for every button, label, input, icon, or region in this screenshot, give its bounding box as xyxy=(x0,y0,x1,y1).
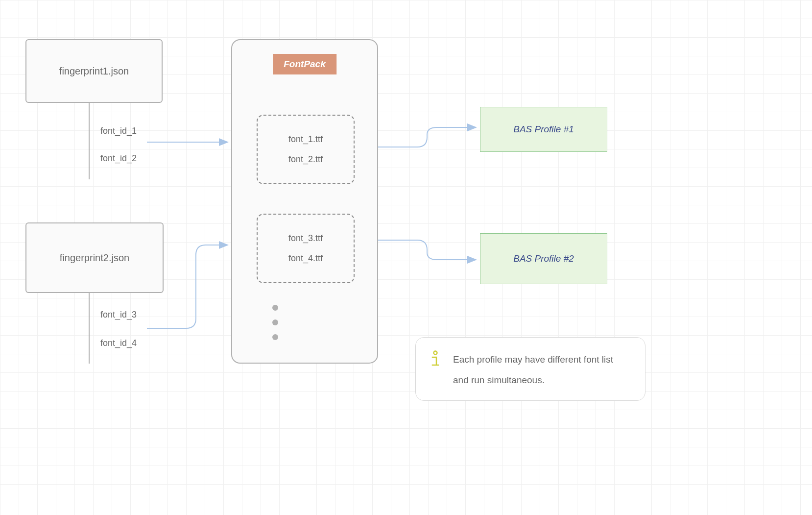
fontpack-header: FontPack xyxy=(273,54,336,74)
font-id-label: font_id_2 xyxy=(100,153,137,164)
connector-line xyxy=(88,293,90,364)
info-icon xyxy=(430,350,441,369)
ellipsis-icon xyxy=(272,305,278,340)
fingerprint-file-box-1: fingerprint1.json xyxy=(25,39,163,103)
fontpack-container: FontPack font_1.ttf font_2.ttf font_3.tt… xyxy=(231,39,378,364)
font-id-label: font_id_4 xyxy=(100,338,137,348)
fontpack-title: FontPack xyxy=(284,59,326,69)
font-id-label: font_id_3 xyxy=(100,310,137,320)
font-file-label: font_4.ttf xyxy=(288,253,323,264)
connector-line xyxy=(88,103,90,179)
svg-point-2 xyxy=(434,351,437,355)
arrow-connector xyxy=(378,123,481,152)
info-note-card: Each profile may have different font lis… xyxy=(415,337,645,401)
fingerprint-file-label: fingerprint2.json xyxy=(60,252,129,264)
info-note-text: Each profile may have different font lis… xyxy=(453,349,631,391)
profile-box-1: BAS Profile #1 xyxy=(480,107,607,152)
font-file-label: font_2.ttf xyxy=(288,154,323,165)
profile-box-2: BAS Profile #2 xyxy=(480,233,607,284)
arrow-connector xyxy=(378,235,481,270)
arrow-connector xyxy=(147,137,235,147)
font-group-box-1: font_1.ttf font_2.ttf xyxy=(257,115,355,184)
fingerprint-file-label: fingerprint1.json xyxy=(59,66,129,77)
profile-label: BAS Profile #1 xyxy=(513,124,574,135)
font-file-label: font_3.ttf xyxy=(288,233,323,244)
font-group-box-2: font_3.ttf font_4.ttf xyxy=(257,214,355,283)
font-id-label: font_id_1 xyxy=(100,126,137,136)
fingerprint-file-box-2: fingerprint2.json xyxy=(25,222,164,293)
font-file-label: font_1.ttf xyxy=(288,134,323,145)
profile-label: BAS Profile #2 xyxy=(513,253,574,264)
diagram-canvas: fingerprint1.json font_id_1 font_id_2 fi… xyxy=(0,0,812,515)
